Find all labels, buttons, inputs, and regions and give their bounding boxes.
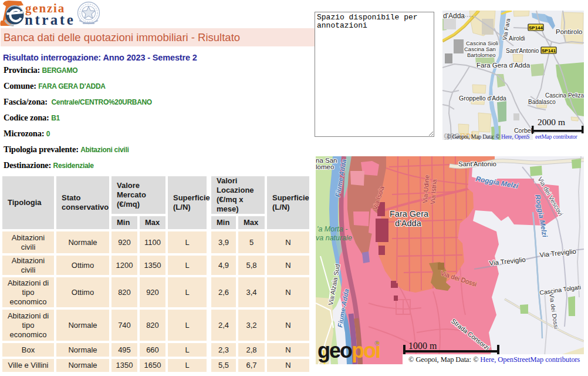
svg-text:© Geopoi, Map Data: © Here, Op: © Geopoi, Map Data: © Here, OpenStreetMa… bbox=[408, 355, 580, 364]
svg-text:Groppello d'Adda: Groppello d'Adda bbox=[459, 95, 506, 102]
svg-text:Cascina Peliza: Cascina Peliza bbox=[545, 92, 584, 99]
svg-text:lomeo: lomeo bbox=[316, 163, 334, 170]
svg-text:va naturale: va naturale bbox=[316, 234, 352, 242]
svg-text:ntrate: ntrate bbox=[25, 12, 75, 28]
svg-text:Fara Gera: Fara Gera bbox=[390, 209, 429, 219]
svg-text:Airoldi: Airoldi bbox=[509, 35, 525, 42]
svg-text:Bartolomeo: Bartolomeo bbox=[467, 52, 496, 58]
svg-text:2000 m: 2000 m bbox=[538, 117, 565, 127]
svg-text:geopoi: geopoi bbox=[317, 338, 380, 362]
svg-text:Fara Gera d'Adda: Fara Gera d'Adda bbox=[477, 62, 530, 69]
svg-text:d'Adda: d'Adda bbox=[395, 219, 422, 228]
svg-text:'a Morta -: 'a Morta - bbox=[317, 225, 347, 233]
svg-text:Sant'Antonio: Sant'Antonio bbox=[506, 48, 539, 54]
svg-text:d'Adda: d'Adda bbox=[443, 12, 465, 20]
svg-text:eetMap contributor: eetMap contributor bbox=[535, 133, 577, 140]
svg-text:®: ® bbox=[374, 340, 379, 347]
svg-text:© Geopoi, Map Data: © Here, Op: © Geopoi, Map Data: © Here, OpenS bbox=[447, 133, 529, 140]
svg-text:Sant'Antonio: Sant'Antonio bbox=[458, 160, 496, 167]
svg-text:Pontirolo: Pontirolo bbox=[556, 28, 582, 35]
svg-text:SP141: SP141 bbox=[542, 48, 556, 53]
svg-text:1000 m: 1000 m bbox=[408, 341, 437, 351]
svg-text:SP144: SP144 bbox=[529, 25, 543, 31]
svg-text:Badalasco: Badalasco bbox=[528, 99, 556, 105]
